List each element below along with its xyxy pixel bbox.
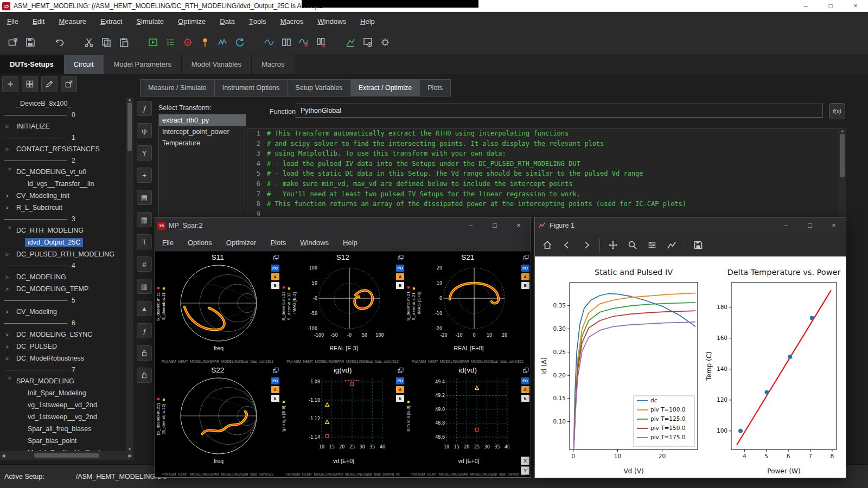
tree-arrow-icon[interactable]: > xyxy=(7,377,12,385)
pages-icon[interactable]: ▥ xyxy=(137,279,152,294)
close-button[interactable]: × xyxy=(843,0,868,12)
setup-tab-plots[interactable]: Plots xyxy=(420,79,451,97)
tree-arrow-icon[interactable]: > xyxy=(5,205,14,211)
tab-model-variables[interactable]: Model Variables xyxy=(182,55,252,74)
figure-close-button[interactable]: × xyxy=(822,217,846,234)
spar-close-button[interactable]: × xyxy=(507,217,531,234)
subplots-icon[interactable] xyxy=(643,236,661,254)
table-icon[interactable]: ▦ xyxy=(137,212,152,227)
plot-a-button[interactable]: A xyxy=(396,273,404,280)
tree-arrow-icon[interactable]: > xyxy=(5,252,14,258)
simulate-icon[interactable] xyxy=(144,34,162,51)
cut-icon[interactable] xyxy=(80,34,98,51)
edit-pencil-icon[interactable] xyxy=(41,76,58,92)
tree-item-init-spar-modeling[interactable]: Init_Spar_Modeling xyxy=(0,387,126,399)
back-icon[interactable] xyxy=(558,236,576,254)
tree-item-vg-1stsweep-vd-2nd[interactable]: vg_1stsweep__vd_2nd xyxy=(0,399,126,411)
tree-arrow-icon[interactable]: > xyxy=(5,309,14,315)
plot-po-button[interactable]: PO xyxy=(521,377,529,384)
tree-item-id-vgs-transfer-lin[interactable]: id_vgs__Transfer__lin xyxy=(0,178,126,190)
polar-chart-canvas[interactable]: 20100-10-20-20-1001020 xyxy=(428,262,509,344)
lock-icon[interactable] xyxy=(137,345,152,361)
plot-restore-icon[interactable] xyxy=(523,253,529,263)
tab-duts-setups[interactable]: DUTs-Setups xyxy=(0,55,64,74)
fig-save-icon[interactable] xyxy=(689,236,707,254)
tree-arrow-icon[interactable]: > xyxy=(5,356,14,362)
setup-tab-extract-optimize[interactable]: Extract / Optimize xyxy=(351,79,420,97)
spar-menu-windows[interactable]: Windows xyxy=(293,234,336,251)
scroll-down-arrow[interactable]: ▼ xyxy=(128,447,132,451)
tree-item-dc-modeling-lsync[interactable]: >DC_MODELING_LSYNC xyxy=(0,329,126,341)
setup-tab-measure-simulate[interactable]: Measure / Simulate xyxy=(140,79,215,97)
menu-windows[interactable]: Windows xyxy=(310,12,353,30)
polar-chart-canvas[interactable]: 10050-0-50-100-100-50-050100 xyxy=(303,262,385,344)
plot-canvas[interactable]: 10050-0-50-100-100-50-050100 xyxy=(303,262,385,346)
spar-plot-s12[interactable]: S12POAES_deemb.m.12 ■S_deemb.s.12 ■IMAG … xyxy=(280,252,406,364)
plot-waveform-icon[interactable] xyxy=(214,34,231,51)
display-plot-icon[interactable] xyxy=(342,34,359,51)
tree-arrow-icon[interactable]: > xyxy=(5,146,14,152)
spar-menu-plots[interactable]: Plots xyxy=(263,234,293,251)
copy-icon[interactable] xyxy=(98,34,115,51)
export-plot-icon[interactable]: ▲ xyxy=(137,301,152,316)
function-icon[interactable]: ƒ xyxy=(137,323,152,338)
resimulate-icon[interactable] xyxy=(231,34,248,51)
plot-restore-icon[interactable] xyxy=(398,366,404,376)
menu-extract[interactable]: Extract xyxy=(93,12,129,30)
tree-arrow-icon[interactable]: > xyxy=(5,344,14,350)
tree-item-dc-pulsed[interactable]: >DC_PULSED xyxy=(0,341,126,352)
tab-model-parameters[interactable]: Model Parameters xyxy=(104,55,182,74)
text-tool-icon[interactable]: T xyxy=(137,234,152,249)
plot-e-button[interactable]: E xyxy=(521,282,529,289)
smith-chart-canvas[interactable] xyxy=(178,375,259,457)
tree-item-dc-modelrobustness[interactable]: >DC_ModelRobustness xyxy=(0,352,126,364)
paste-icon[interactable] xyxy=(115,34,132,51)
plot-po-button[interactable]: PO xyxy=(521,265,529,272)
plot-e-button[interactable]: E xyxy=(396,395,404,402)
tree-item-dc-modeling-vt-u0[interactable]: >DC_MODELING_vt_u0 xyxy=(0,166,126,178)
plot-e-button[interactable]: E xyxy=(521,395,529,402)
transform-item-extract_rth0_py[interactable]: extract_rth0_py xyxy=(159,114,246,126)
grid-chart-canvas[interactable]: 1015202530354049.449.249.048.848.6 xyxy=(428,375,509,457)
network-icon[interactable]: Y xyxy=(137,145,152,160)
new-transform-icon[interactable]: ƒ xyxy=(137,101,152,116)
save-icon[interactable] xyxy=(22,34,39,51)
tree-arrow-icon[interactable]: > xyxy=(7,168,12,176)
tree-item-spar-all-freq-biases[interactable]: Spar_all_freq_biases xyxy=(0,423,126,435)
settings-gear-icon[interactable] xyxy=(376,34,394,51)
figure-minimize-button[interactable]: – xyxy=(774,217,798,234)
spar-plot-ig_vd[interactable]: ig(vd)POAEig.m ig.s [E-9] ■1015202530354… xyxy=(280,364,406,477)
plot-e-button[interactable]: E xyxy=(271,395,279,402)
plot-restore-icon[interactable] xyxy=(523,366,529,376)
menu-data[interactable]: Data xyxy=(213,12,241,30)
plot-canvas[interactable]: 1015202530354049.449.249.048.848.6 xyxy=(428,375,509,459)
spar-menu-file[interactable]: File xyxy=(155,234,181,251)
scroll-thumb[interactable] xyxy=(127,102,132,151)
scroll-thumb[interactable] xyxy=(840,134,845,177)
scroll-right-arrow[interactable]: ▶ xyxy=(129,453,132,458)
spar-menu-optimizer[interactable]: Optimizer xyxy=(219,234,264,251)
menu-optimize[interactable]: Optimize xyxy=(171,12,213,30)
add-icon[interactable] xyxy=(2,76,18,92)
tree-item-model-quality-verification[interactable]: Model_Quality_Verification xyxy=(0,447,126,451)
spar-menu-options[interactable]: Options xyxy=(181,234,219,251)
plot-po-button[interactable]: PO xyxy=(271,377,279,384)
open-window-icon[interactable] xyxy=(4,34,22,51)
tab-macros[interactable]: Macros xyxy=(252,55,295,74)
tree-item-contact-resistances[interactable]: >CONTACT_RESISTANCES xyxy=(0,143,126,155)
tree-arrow-icon[interactable]: > xyxy=(5,286,14,292)
function-fx-button[interactable]: f(x) xyxy=(829,103,845,119)
tree-item-cv-modeling-init[interactable]: >CV_Modeling_init xyxy=(0,190,126,202)
customize-icon[interactable] xyxy=(662,236,681,254)
plot-po-button[interactable]: PO xyxy=(271,265,279,272)
probe-icon[interactable]: ψ xyxy=(137,123,152,138)
plot-a-button[interactable]: A xyxy=(521,386,529,393)
split-view-icon[interactable] xyxy=(278,34,295,51)
lock-open-icon[interactable] xyxy=(137,368,152,383)
measure-list-icon[interactable] xyxy=(162,34,179,51)
menu-tools[interactable]: Tools xyxy=(242,12,273,30)
scroll-up-arrow[interactable]: ▲ xyxy=(840,129,844,133)
tree-item-dc-rth-modeling[interactable]: >DC_RTH_MODELING xyxy=(0,224,126,236)
plot-canvas[interactable] xyxy=(178,375,259,459)
tree-item-r-l-subcircuit[interactable]: >R_L_Subcircuit xyxy=(0,202,126,214)
